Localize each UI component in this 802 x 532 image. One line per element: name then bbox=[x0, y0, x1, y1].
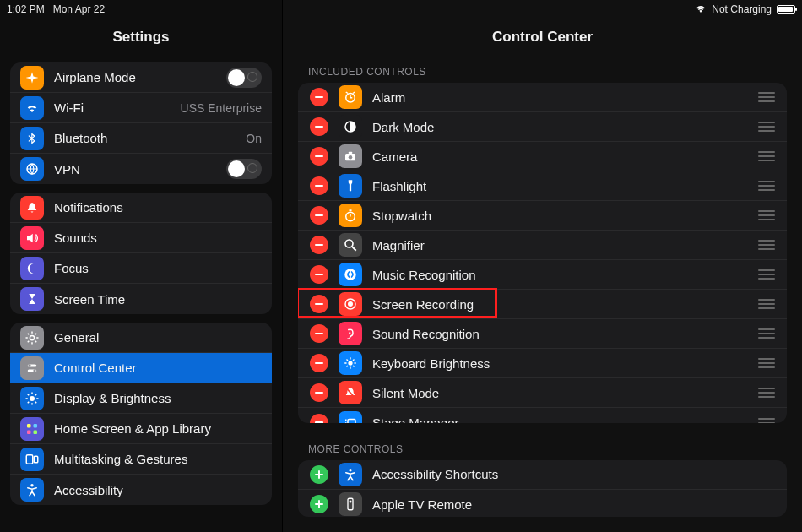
stopwatch-icon bbox=[339, 204, 362, 227]
control-label: Apple TV Remote bbox=[372, 497, 775, 512]
drag-handle-icon[interactable] bbox=[758, 358, 775, 368]
drag-handle-icon[interactable] bbox=[758, 210, 775, 220]
status-date: Mon Apr 22 bbox=[53, 3, 105, 15]
control-label: Sound Recognition bbox=[372, 327, 758, 341]
drag-handle-icon[interactable] bbox=[758, 328, 775, 339]
sidebar-item-general[interactable]: General bbox=[10, 323, 272, 353]
drag-handle-icon[interactable] bbox=[758, 151, 775, 161]
drag-handle-icon[interactable] bbox=[758, 122, 775, 132]
status-time: 1:02 PM bbox=[7, 3, 45, 15]
drag-handle-icon[interactable] bbox=[758, 92, 775, 102]
drag-handle-icon[interactable] bbox=[758, 388, 775, 398]
shazam-icon bbox=[339, 263, 362, 286]
svg-point-5 bbox=[33, 369, 35, 372]
sidebar-item-wi-fi[interactable]: Wi-FiUSS Enterprise bbox=[10, 93, 272, 123]
svg-point-26 bbox=[348, 361, 352, 365]
included-header: INCLUDED CONTROLS bbox=[283, 61, 802, 83]
sidebar-item-label: Accessibility bbox=[54, 483, 262, 497]
sidebar-item-airplane-mode[interactable]: Airplane Mode bbox=[10, 62, 272, 93]
wifi-icon bbox=[20, 96, 44, 120]
sidebar-item-accessibility[interactable]: Accessibility bbox=[10, 475, 272, 505]
remove-control-button[interactable] bbox=[310, 354, 328, 372]
settings-sidebar: Settings Airplane ModeWi-FiUSS Enterpris… bbox=[0, 0, 283, 532]
svg-point-33 bbox=[350, 501, 352, 503]
remove-control-button[interactable] bbox=[310, 206, 328, 225]
sidebar-item-sounds[interactable]: Sounds bbox=[10, 223, 272, 253]
record-icon bbox=[339, 292, 362, 316]
sidebar-item-value: USS Enterprise bbox=[181, 101, 262, 115]
sidebar-item-label: Focus bbox=[54, 261, 262, 275]
drag-handle-icon[interactable] bbox=[758, 181, 775, 191]
sidebar-item-screen-time[interactable]: Screen Time bbox=[10, 284, 272, 314]
sidebar-item-label: Display & Brightness bbox=[54, 391, 262, 405]
svg-rect-10 bbox=[34, 430, 38, 434]
svg-rect-29 bbox=[345, 422, 347, 423]
sidebar-item-multitasking-gestures[interactable]: Multitasking & Gestures bbox=[10, 444, 272, 475]
toggle-switch[interactable] bbox=[226, 68, 262, 88]
sidebar-item-label: Home Screen & App Library bbox=[54, 421, 262, 436]
add-control-button[interactable] bbox=[310, 495, 328, 513]
sidebar-item-label: Bluetooth bbox=[54, 131, 246, 145]
remove-control-button[interactable] bbox=[310, 295, 328, 313]
remove-control-button[interactable] bbox=[310, 176, 328, 195]
control-row-alarm: Alarm bbox=[298, 83, 787, 112]
multitask-icon bbox=[20, 448, 44, 471]
switches-icon bbox=[20, 356, 44, 380]
wifi-status-icon bbox=[695, 5, 707, 14]
control-label: Silent Mode bbox=[372, 386, 758, 400]
sidebar-item-label: Multitasking & Gestures bbox=[54, 452, 262, 466]
status-charging: Not Charging bbox=[712, 3, 772, 15]
control-label: Music Recognition bbox=[372, 268, 758, 282]
remove-control-button[interactable] bbox=[310, 147, 328, 166]
bell-icon bbox=[20, 196, 44, 220]
control-row-apple-tv-remote: Apple TV Remote bbox=[298, 490, 787, 517]
remove-control-button[interactable] bbox=[310, 265, 328, 284]
control-label: Stage Manager bbox=[372, 415, 758, 423]
sidebar-item-display-brightness[interactable]: Display & Brightness bbox=[10, 383, 272, 414]
remove-control-button[interactable] bbox=[310, 236, 328, 254]
sidebar-item-home-screen-app-library[interactable]: Home Screen & App Library bbox=[10, 414, 272, 444]
accessibility-icon bbox=[339, 463, 362, 486]
sidebar-item-bluetooth[interactable]: BluetoothOn bbox=[10, 123, 272, 154]
sidebar-item-label: Wi-Fi bbox=[54, 100, 181, 115]
svg-point-22 bbox=[344, 269, 356, 280]
sidebar-title: Settings bbox=[0, 22, 282, 57]
battery-icon bbox=[777, 5, 795, 14]
svg-rect-12 bbox=[34, 456, 38, 463]
drag-handle-icon[interactable] bbox=[758, 299, 775, 309]
airplane-icon bbox=[20, 66, 44, 90]
control-label: Screen Recording bbox=[372, 297, 758, 312]
appletv-icon bbox=[339, 492, 362, 516]
status-bar: 1:02 PM Mon Apr 22 Not Charging bbox=[0, 0, 802, 19]
control-row-stage-manager: Stage Manager bbox=[298, 408, 787, 423]
drag-handle-icon[interactable] bbox=[758, 269, 775, 280]
magnifier-icon bbox=[339, 233, 362, 257]
control-row-screen-recording: Screen Recording bbox=[298, 290, 787, 319]
add-control-button[interactable] bbox=[310, 465, 328, 484]
sidebar-item-notifications[interactable]: Notifications bbox=[10, 193, 272, 223]
control-row-camera: Camera bbox=[298, 142, 787, 171]
sidebar-item-vpn[interactable]: VPN bbox=[10, 154, 272, 184]
control-label: Dark Mode bbox=[372, 120, 758, 134]
sidebar-item-control-center[interactable]: Control Center bbox=[10, 353, 272, 383]
remove-control-button[interactable] bbox=[310, 88, 328, 106]
svg-rect-9 bbox=[27, 430, 31, 434]
control-row-accessibility-shortcuts: Accessibility Shortcuts bbox=[298, 460, 787, 490]
camera-icon bbox=[339, 144, 362, 168]
sidebar-item-focus[interactable]: Focus bbox=[10, 253, 272, 284]
control-row-stopwatch: Stopwatch bbox=[298, 201, 787, 231]
svg-point-21 bbox=[345, 240, 353, 247]
svg-rect-18 bbox=[349, 152, 353, 154]
remove-control-button[interactable] bbox=[310, 324, 328, 343]
control-row-keyboard-brightness: Keyboard Brightness bbox=[298, 349, 787, 378]
remove-control-button[interactable] bbox=[310, 117, 328, 136]
drag-handle-icon[interactable] bbox=[758, 418, 775, 423]
svg-point-1 bbox=[30, 335, 34, 339]
control-label: Magnifier bbox=[372, 238, 758, 252]
remove-control-button[interactable] bbox=[310, 383, 328, 402]
drag-handle-icon[interactable] bbox=[758, 240, 775, 250]
toggle-switch[interactable] bbox=[226, 159, 262, 179]
remove-control-button[interactable] bbox=[310, 414, 328, 423]
sidebar-item-label: VPN bbox=[54, 162, 226, 176]
control-label: Stopwatch bbox=[372, 209, 758, 223]
